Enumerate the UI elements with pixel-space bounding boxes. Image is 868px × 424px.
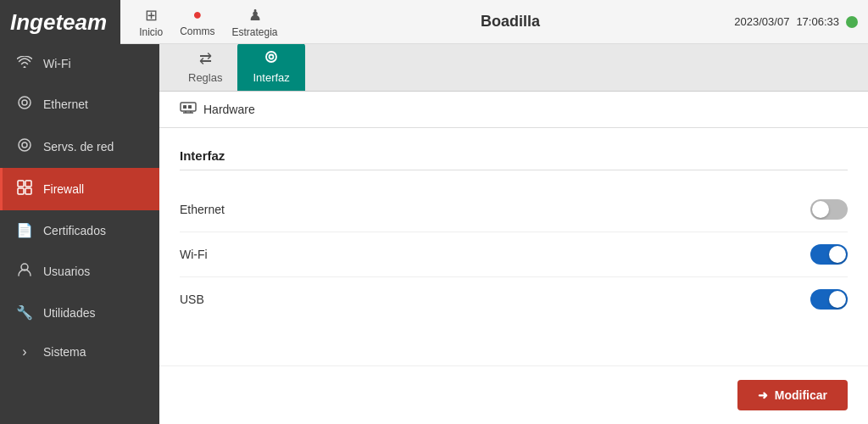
wifi-icon bbox=[16, 56, 33, 71]
header-datetime: 2023/03/07 17:06:33 bbox=[734, 15, 858, 28]
sidebar-ethernet-label: Ethernet bbox=[43, 98, 88, 111]
sidebar-firewall-label: Firewall bbox=[43, 182, 84, 196]
wifi-track bbox=[810, 244, 848, 265]
form-row-usb: USB bbox=[180, 277, 848, 321]
svg-point-9 bbox=[266, 52, 276, 62]
sub-tabs: ⇄ Reglas Interfaz bbox=[159, 44, 868, 92]
sidebar-servs-label: Servs. de red bbox=[43, 140, 114, 153]
comms-icon: ● bbox=[192, 6, 202, 24]
form-title: Interfaz bbox=[180, 148, 848, 163]
section-header: Hardware bbox=[159, 92, 868, 128]
certificados-icon: 📄 bbox=[16, 222, 33, 238]
sidebar-item-ethernet[interactable]: Ethernet bbox=[0, 83, 159, 126]
ethernet-label: Ethernet bbox=[180, 203, 810, 216]
sidebar: Wi-Fi Ethernet Servs. de red bbox=[0, 44, 159, 424]
inicio-icon: ⊞ bbox=[145, 6, 158, 25]
svg-rect-4 bbox=[18, 181, 24, 187]
svg-rect-7 bbox=[25, 188, 31, 194]
svg-rect-12 bbox=[183, 105, 186, 109]
nav-inicio-label: Inicio bbox=[139, 26, 163, 38]
sidebar-usuarios-label: Usuarios bbox=[43, 265, 90, 278]
sidebar-item-utilidades[interactable]: 🔧 Utilidades bbox=[0, 293, 159, 332]
utilidades-icon: 🔧 bbox=[16, 304, 33, 321]
servs-icon bbox=[16, 137, 33, 156]
reglas-tab-icon: ⇄ bbox=[199, 49, 212, 68]
svg-point-2 bbox=[19, 139, 31, 151]
nav-estrategia[interactable]: ♟ Estrategia bbox=[224, 3, 287, 42]
nav-estrategia-label: Estrategia bbox=[232, 26, 278, 38]
modify-label: Modificar bbox=[775, 388, 827, 402]
usb-toggle[interactable] bbox=[810, 289, 848, 310]
button-row: ➜ Modificar bbox=[159, 365, 868, 424]
form-divider bbox=[180, 170, 848, 170]
svg-point-1 bbox=[22, 100, 27, 105]
modify-button[interactable]: ➜ Modificar bbox=[737, 380, 848, 410]
nav-inicio[interactable]: ⊞ Inicio bbox=[131, 3, 171, 42]
header-title: Boadilla bbox=[436, 13, 585, 31]
sidebar-wifi-label: Wi-Fi bbox=[43, 57, 71, 70]
nav-comms[interactable]: ● Comms bbox=[171, 3, 223, 41]
ethernet-thumb bbox=[812, 201, 829, 218]
sidebar-item-servs-de-red[interactable]: Servs. de red bbox=[0, 126, 159, 168]
interfaz-tab-icon bbox=[263, 50, 280, 68]
svg-rect-6 bbox=[18, 188, 24, 194]
firewall-icon bbox=[16, 180, 33, 198]
sidebar-utilidades-label: Utilidades bbox=[43, 306, 95, 320]
usuarios-icon bbox=[16, 262, 33, 281]
ethernet-toggle[interactable] bbox=[810, 199, 848, 220]
svg-rect-5 bbox=[25, 181, 31, 187]
logo: Ingeteam bbox=[0, 0, 120, 44]
wifi-toggle[interactable] bbox=[810, 244, 848, 265]
hardware-icon bbox=[180, 102, 197, 117]
wifi-thumb bbox=[829, 246, 846, 263]
tab-reglas-label: Reglas bbox=[188, 71, 222, 84]
sidebar-item-usuarios[interactable]: Usuarios bbox=[0, 250, 159, 293]
svg-rect-13 bbox=[188, 105, 192, 109]
svg-point-10 bbox=[270, 55, 274, 59]
content-area: ⇄ Reglas Interfaz bbox=[159, 44, 868, 424]
nav-comms-label: Comms bbox=[180, 25, 214, 37]
estrategia-icon: ♟ bbox=[248, 6, 262, 25]
sidebar-item-certificados[interactable]: 📄 Certificados bbox=[0, 210, 159, 250]
sidebar-item-sistema[interactable]: › Sistema bbox=[0, 332, 159, 371]
form-row-ethernet: Ethernet bbox=[180, 187, 848, 232]
header-time: 17:06:33 bbox=[796, 15, 839, 28]
modify-icon: ➜ bbox=[758, 388, 768, 402]
header-date: 2023/03/07 bbox=[734, 15, 789, 28]
wifi-row-label: Wi-Fi bbox=[180, 248, 810, 261]
usb-thumb bbox=[829, 291, 846, 308]
sidebar-item-wifi[interactable]: Wi-Fi bbox=[0, 44, 159, 83]
form-content: Interfaz Ethernet Wi-Fi bbox=[159, 128, 868, 365]
sidebar-item-firewall[interactable]: Firewall bbox=[0, 168, 159, 210]
sidebar-sistema-label: Sistema bbox=[43, 345, 86, 359]
tab-reglas[interactable]: ⇄ Reglas bbox=[173, 44, 237, 91]
tab-interfaz[interactable]: Interfaz bbox=[237, 44, 304, 91]
sidebar-certificados-label: Certificados bbox=[43, 224, 106, 237]
status-indicator bbox=[846, 16, 858, 28]
svg-point-3 bbox=[22, 142, 27, 148]
hardware-label: Hardware bbox=[203, 103, 255, 116]
ethernet-track bbox=[810, 199, 848, 220]
tab-interfaz-label: Interfaz bbox=[253, 71, 289, 84]
usb-label: USB bbox=[180, 293, 810, 306]
usb-track bbox=[810, 289, 848, 310]
svg-point-0 bbox=[19, 97, 31, 109]
form-row-wifi: Wi-Fi bbox=[180, 232, 848, 277]
sistema-icon: › bbox=[16, 344, 33, 360]
ethernet-icon bbox=[16, 95, 33, 114]
